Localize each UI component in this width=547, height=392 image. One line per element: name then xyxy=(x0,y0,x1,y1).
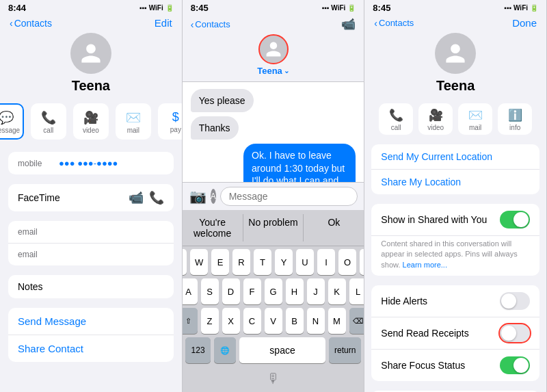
key-o[interactable]: O xyxy=(338,249,356,275)
status-icons-3: ▪▪▪ WiFi 🔋 xyxy=(504,4,538,12)
mail-button[interactable]: ✉️ mail xyxy=(116,103,151,140)
info-video-button[interactable]: 🎥 video xyxy=(418,103,453,135)
key-t[interactable]: T xyxy=(254,249,271,275)
send-location-row[interactable]: Send My Current Location xyxy=(371,144,539,170)
kb-row-2: A S D F G H J K L xyxy=(185,278,362,304)
shared-section: Show in Shared with You Content shared i… xyxy=(371,204,539,276)
info-info-icon: ℹ️ xyxy=(508,108,522,122)
info-call-button[interactable]: 📞 call xyxy=(379,103,413,135)
info-back[interactable]: ‹ Contacts xyxy=(374,18,414,29)
app-store-icon[interactable]: A xyxy=(211,189,216,204)
quicktype-2[interactable]: No problem xyxy=(243,214,304,241)
key-h[interactable]: H xyxy=(286,278,304,304)
message-button[interactable]: 💬 message xyxy=(0,103,24,140)
key-u[interactable]: U xyxy=(296,249,314,275)
key-a[interactable]: A xyxy=(183,278,198,304)
status-bar-3: 8:45 ▪▪▪ WiFi 🔋 xyxy=(364,0,546,14)
facetime-audio-icon[interactable]: 📞 xyxy=(149,190,164,205)
video-button[interactable]: 🎥 video xyxy=(73,103,109,140)
key-g[interactable]: G xyxy=(265,278,282,304)
toggle-thumb-alerts xyxy=(501,293,516,309)
key-123[interactable]: 123 xyxy=(185,337,211,363)
facetime-row[interactable]: FaceTime 📹 📞 xyxy=(8,184,174,211)
facetime-label: FaceTime xyxy=(18,192,60,203)
send-message-link[interactable]: Send Message xyxy=(8,308,174,335)
learn-more-link[interactable]: Learn more... xyxy=(403,261,447,269)
key-shift[interactable]: ⇧ xyxy=(183,308,198,334)
key-y[interactable]: Y xyxy=(275,249,293,275)
contact-name-1: Teena xyxy=(0,78,182,94)
pay-icon: $ xyxy=(172,110,179,125)
toggle-thumb-shared xyxy=(513,212,529,227)
info-info-button[interactable]: ℹ️ info xyxy=(498,103,532,135)
contact-name-info: Teena xyxy=(364,78,546,94)
back-to-contacts[interactable]: ‹ Contacts xyxy=(10,18,52,29)
key-s[interactable]: S xyxy=(201,278,219,304)
chat-area: Yes please Thanks Ok. I have to leave ar… xyxy=(183,82,364,182)
time-2: 8:45 xyxy=(191,3,209,13)
info-video-icon: 🎥 xyxy=(429,108,443,122)
share-contact-link[interactable]: Share Contact xyxy=(8,335,174,362)
signal-icon: ▪▪▪ xyxy=(139,4,147,12)
avatar xyxy=(70,33,111,74)
pay-button[interactable]: $ pay xyxy=(158,103,183,140)
key-b[interactable]: B xyxy=(286,308,304,334)
camera-icon[interactable]: 📷 xyxy=(189,188,206,205)
edit-button[interactable]: Edit xyxy=(155,17,172,29)
key-q[interactable]: Q xyxy=(183,249,187,275)
message-input[interactable] xyxy=(220,187,358,206)
info-mail-button[interactable]: ✉️ mail xyxy=(458,103,492,135)
key-m[interactable]: M xyxy=(328,308,346,334)
facetime-call-icon[interactable]: 📹 xyxy=(341,17,356,31)
show-shared-row: Show in Shared with You xyxy=(371,204,539,236)
share-location-row[interactable]: Share My Location xyxy=(371,170,539,194)
key-w[interactable]: W xyxy=(190,249,208,275)
status-bar-2: 8:45 ▪▪▪ WiFi 🔋 xyxy=(183,0,364,14)
key-l[interactable]: L xyxy=(349,278,365,304)
wifi-icon: WiFi xyxy=(149,4,163,12)
key-f[interactable]: F xyxy=(243,278,261,304)
key-i[interactable]: I xyxy=(317,249,335,275)
done-button[interactable]: Done xyxy=(512,17,537,29)
info-action-buttons: 📞 call 🎥 video ✉️ mail ℹ️ info xyxy=(364,103,546,135)
message-bubble-3: Ok. I have to leave around 1:30 today bu… xyxy=(243,144,356,182)
send-receipts-toggle[interactable] xyxy=(500,324,530,342)
key-c[interactable]: C xyxy=(243,308,261,334)
key-r[interactable]: R xyxy=(232,249,250,275)
contact-avatar-messages[interactable] xyxy=(258,34,289,64)
contact-name-messages[interactable]: Teena ⌄ xyxy=(257,66,289,76)
key-e[interactable]: E xyxy=(211,249,229,275)
key-n[interactable]: N xyxy=(307,308,325,334)
key-return[interactable]: return xyxy=(329,337,361,363)
shared-toggle[interactable] xyxy=(500,211,530,228)
key-d[interactable]: D xyxy=(222,278,240,304)
action-buttons-1: 💬 message 📞 call 🎥 video ✉️ mail $ pay xyxy=(0,103,182,140)
messages-back[interactable]: ‹ Contacts xyxy=(191,19,230,30)
quicktype-3[interactable]: Ok xyxy=(304,214,364,241)
share-focus-toggle[interactable] xyxy=(500,356,530,374)
facetime-video-icon[interactable]: 📹 xyxy=(129,190,144,205)
signal-icon-3: ▪▪▪ xyxy=(504,4,511,12)
key-emoji[interactable]: 🌐 xyxy=(214,337,236,363)
send-receipts-row: Send Read Receipts xyxy=(371,317,539,350)
status-icons-2: ▪▪▪ WiFi 🔋 xyxy=(322,4,356,12)
call-button[interactable]: 📞 call xyxy=(31,103,66,140)
key-delete[interactable]: ⌫ xyxy=(349,308,365,334)
key-j[interactable]: J xyxy=(307,278,325,304)
key-k[interactable]: K xyxy=(328,278,346,304)
key-space[interactable]: space xyxy=(239,337,325,363)
time-1: 8:44 xyxy=(8,3,26,13)
keyboard: Q W E R T Y U I O P A S D F G H J K L ⇧ … xyxy=(183,246,364,392)
battery-icon: 🔋 xyxy=(165,4,174,12)
keyboard-mic-icon[interactable]: 🎙 xyxy=(267,371,280,387)
key-p[interactable]: P xyxy=(360,249,364,275)
quicktype-1[interactable]: You're welcome xyxy=(183,214,243,241)
key-z[interactable]: Z xyxy=(201,308,219,334)
input-bar: 📷 A 🎙 xyxy=(183,182,364,210)
hide-alerts-toggle[interactable] xyxy=(500,292,530,310)
mic-row: 🎙 xyxy=(185,367,362,389)
key-v[interactable]: V xyxy=(265,308,282,334)
signal-icon-2: ▪▪▪ xyxy=(322,4,330,12)
key-x[interactable]: X xyxy=(222,308,240,334)
share-focus-row: Share Focus Status xyxy=(371,350,539,381)
